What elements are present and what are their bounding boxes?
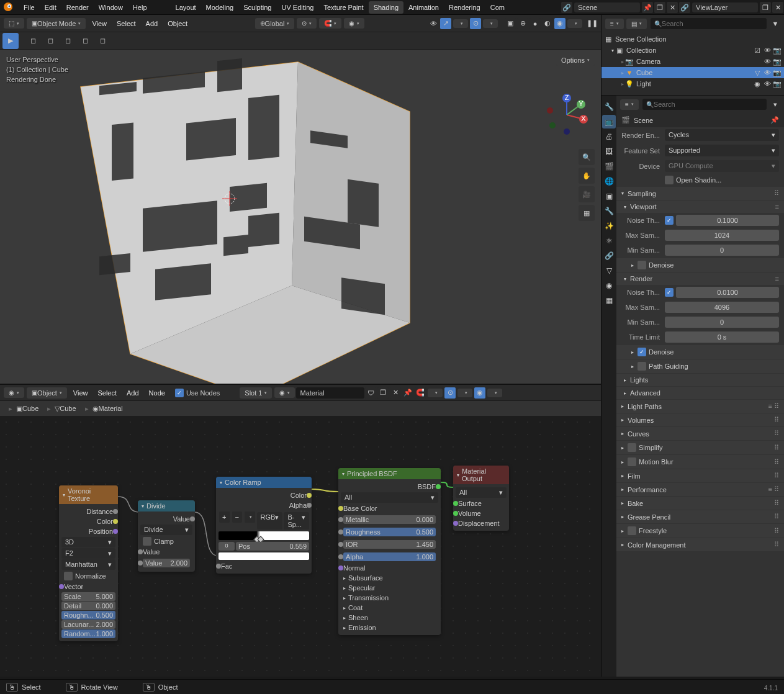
- cam-disable-icon[interactable]: 📷: [773, 58, 782, 66]
- crumb-material[interactable]: ◉ Material: [92, 405, 123, 413]
- tab-viewlayer-icon[interactable]: 🖼: [602, 145, 616, 158]
- voronoi-detail-field[interactable]: Detail0.000: [61, 602, 115, 610]
- voronoi-lacunarity-field[interactable]: Lacunar...2.000: [61, 620, 115, 629]
- volumes-panel[interactable]: ▸Volumes⠿: [616, 413, 784, 426]
- viewlayer-name-field[interactable]: ViewLayer: [692, 2, 758, 12]
- voronoi-scale-field[interactable]: Scale5.000: [61, 592, 115, 601]
- menu-window[interactable]: Window: [94, 1, 128, 14]
- node-math-divide[interactable]: ▾Divide Value Divide▾ Clamp Value Value2…: [138, 500, 195, 572]
- color-ramp-gradient[interactable]: [219, 531, 309, 540]
- menu-file[interactable]: File: [19, 1, 40, 14]
- vp-denoise-checkbox[interactable]: [638, 261, 646, 269]
- menu-render[interactable]: Render: [61, 1, 94, 14]
- shading-solid-icon[interactable]: ●: [529, 18, 541, 29]
- workspace-uvediting[interactable]: UV Editing: [276, 1, 318, 14]
- bsdf-transmission-group[interactable]: ▸Transmission: [341, 593, 438, 603]
- voronoi-dim-select[interactable]: 3D▾: [61, 537, 115, 548]
- viewport-3d[interactable]: User Perspective (1) Collection | Cube R…: [0, 50, 601, 384]
- shader-mode-dropdown[interactable]: ▣ Object▾: [27, 387, 67, 399]
- color-mgmt-panel[interactable]: ▸Color Management⠿: [616, 538, 784, 551]
- overlay-dropdown[interactable]: ▾: [483, 19, 498, 28]
- props-search-field[interactable]: 🔍 Search: [642, 99, 767, 110]
- vp-min-samples-field[interactable]: 0: [665, 245, 779, 256]
- node-header[interactable]: ▾Principled BSDF: [338, 468, 441, 479]
- delete-scene-icon[interactable]: ✕: [667, 2, 678, 13]
- tab-data-icon[interactable]: ▽: [602, 264, 616, 277]
- mode-dropdown[interactable]: ▣ Object Mode▾: [27, 18, 86, 29]
- vp-noise-threshold-field[interactable]: 0.1000: [676, 215, 779, 226]
- bsdf-preset-select[interactable]: All▾: [341, 492, 438, 503]
- tab-scene-icon[interactable]: 🎬: [602, 160, 616, 173]
- tab-object-icon[interactable]: ▣: [602, 189, 616, 203]
- ramp-interp-select[interactable]: B-Sp...▾: [284, 512, 309, 530]
- tab-output-icon[interactable]: 🖨: [602, 130, 616, 143]
- select-intersect-icon[interactable]: ◻: [94, 33, 110, 49]
- sh-menu-select[interactable]: Select: [92, 387, 122, 399]
- node-header[interactable]: ▾Voronoi Texture: [59, 485, 118, 504]
- bsdf-coat-group[interactable]: ▸Coat: [341, 603, 438, 613]
- device-select[interactable]: GPU Compute▾: [665, 160, 779, 172]
- workspace-texturepaint[interactable]: Texture Paint: [318, 1, 368, 14]
- node-header[interactable]: ▾Color Ramp: [216, 477, 312, 488]
- feature-set-select[interactable]: Supported▾: [665, 145, 779, 156]
- props-type-dropdown[interactable]: ≡▾: [620, 99, 639, 110]
- light-hide-icon[interactable]: 👁: [763, 80, 772, 88]
- new-scene-icon[interactable]: ❐: [654, 2, 665, 13]
- r-min-samples-field[interactable]: 0: [665, 317, 779, 328]
- sh-snap-dropdown[interactable]: ▾: [428, 389, 443, 397]
- zoom-icon[interactable]: 🔍: [579, 149, 595, 165]
- props-options-icon[interactable]: ▾: [770, 99, 781, 110]
- light-disable-icon[interactable]: 📷: [773, 80, 782, 88]
- vp-noise-threshold-checkbox[interactable]: ✓: [665, 216, 674, 225]
- pivot-dropdown[interactable]: ⊙▾: [297, 18, 317, 29]
- outliner-display-dropdown[interactable]: ▤▾: [626, 19, 647, 29]
- material-new-icon[interactable]: ❐: [377, 387, 389, 399]
- ramp-pos-field[interactable]: Pos0.559: [236, 542, 309, 551]
- crumb-mesh[interactable]: ▽ Cube: [55, 405, 76, 413]
- workspace-shading[interactable]: Shading: [369, 1, 403, 14]
- r-noise-threshold-checkbox[interactable]: ✓: [665, 288, 674, 297]
- gizmo-dropdown[interactable]: ▾: [453, 19, 468, 28]
- material-fake-user-icon[interactable]: 🛡: [365, 387, 376, 399]
- pan-icon[interactable]: ✋: [579, 168, 595, 184]
- workspace-sculpting[interactable]: Sculpting: [238, 1, 276, 14]
- cursor-tool-icon[interactable]: ▶: [2, 33, 19, 49]
- math-clamp-checkbox[interactable]: [143, 537, 151, 546]
- shading-dropdown[interactable]: ▾: [567, 19, 582, 28]
- shader-editor-type-dropdown[interactable]: ◉▾: [4, 387, 24, 398]
- select-box-icon[interactable]: ◻: [25, 33, 41, 49]
- sh-overlay-icon[interactable]: ⊙: [444, 387, 456, 399]
- motion-blur-panel[interactable]: ▸Motion Blur⠿: [616, 455, 784, 469]
- sh-menu-view[interactable]: View: [68, 387, 93, 399]
- tree-cube[interactable]: ▸▼Cube ▽👁📷: [602, 67, 784, 78]
- sh-menu-add[interactable]: Add: [122, 387, 144, 399]
- tree-camera[interactable]: ▸📷Camera 👁📷: [602, 56, 784, 67]
- performance-panel[interactable]: ▸Performance≡ ⠿: [616, 483, 784, 496]
- visibility-icon[interactable]: 👁: [428, 18, 439, 29]
- overlay-toggle-icon[interactable]: ⊙: [470, 18, 481, 29]
- delete-viewlayer-icon[interactable]: ✕: [772, 2, 783, 13]
- sh-backdrop-dropdown[interactable]: ▾: [487, 389, 502, 397]
- cam-hide-icon[interactable]: 👁: [763, 58, 772, 66]
- ramp-color-swatch[interactable]: [219, 552, 309, 560]
- bsdf-specular-group[interactable]: ▸Specular: [341, 583, 438, 593]
- grease-pencil-panel[interactable]: ▸Grease Pencil⠿: [616, 510, 784, 523]
- ramp-colormode-select[interactable]: RGB▾: [257, 512, 283, 530]
- cube-select-icon[interactable]: ▽: [753, 69, 762, 77]
- bake-panel[interactable]: ▸Bake⠿: [616, 497, 784, 510]
- voronoi-normalize-checkbox[interactable]: [64, 572, 73, 580]
- pause-render-icon[interactable]: ❚❚: [587, 18, 598, 29]
- tab-tool-icon[interactable]: 🔧: [602, 100, 616, 114]
- r-time-limit-field[interactable]: 0 s: [665, 331, 779, 343]
- material-browse-icon[interactable]: ◉▾: [274, 387, 295, 398]
- perspective-toggle-icon[interactable]: ▦: [579, 205, 595, 221]
- viewport-options-button[interactable]: Options▾: [556, 55, 595, 66]
- outliner-filter-icon[interactable]: ▼: [770, 18, 781, 29]
- render-engine-select[interactable]: Cycles▾: [665, 129, 779, 141]
- outliner-type-dropdown[interactable]: ≡▾: [605, 19, 624, 29]
- vp-menu-view[interactable]: View: [87, 18, 112, 29]
- workspace-compositing[interactable]: Com: [485, 1, 510, 14]
- workspace-modeling[interactable]: Modeling: [201, 1, 239, 14]
- voronoi-randomness-field[interactable]: Random...1.000: [61, 629, 115, 638]
- shading-matprev-icon[interactable]: ◐: [542, 18, 553, 29]
